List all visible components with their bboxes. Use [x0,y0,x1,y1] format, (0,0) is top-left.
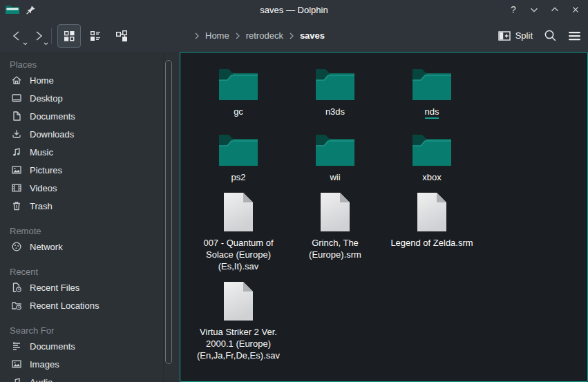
sidebar-item-documents[interactable]: Documents [10,107,180,125]
menu-button[interactable] [568,30,581,41]
sidebar-item-label: Documents [30,111,75,122]
chevron-right-icon[interactable] [289,32,294,40]
chevron-down-icon [44,42,48,46]
file-icon [222,282,254,321]
network-icon [11,241,22,252]
search-icon [544,29,557,42]
section-header-places: Places [10,58,180,71]
sidebar-item-search-documents[interactable]: Documents [10,337,180,355]
file-item-label: Grinch, The (Europe).srm [309,238,361,260]
compact-view-button[interactable] [84,24,107,48]
sidebar-item-label: Recent Locations [30,300,99,311]
recent-files-icon [11,282,22,293]
file-icon [319,193,351,231]
hamburger-icon [568,30,581,41]
file-item-legend-of-zelda[interactable]: Legend of Zelda.srm [383,193,480,272]
file-item-xbox[interactable]: xbox [383,127,480,183]
document-icon [11,111,22,122]
sidebar-item-pictures[interactable]: Pictures [10,161,180,179]
folder-view: gc n3ds nds ps2 wii xbox 007 - Quantum o… [180,52,588,382]
sidebar-item-downloads[interactable]: Downloads [10,125,180,143]
sidebar-item-search-audio[interactable]: Audio [10,373,180,382]
breadcrumb-item-home[interactable]: Home [204,30,231,41]
folder-icon [219,127,258,166]
recent-locations-icon [11,300,22,311]
section-header-remote: Remote [10,225,180,238]
compact-view-icon [89,30,102,42]
file-item-virtua-striker[interactable]: Virtua Striker 2 Ver. 2000.1 (Europe) (E… [190,282,287,361]
file-icon [416,193,448,231]
sidebar-item-label: Documents [30,341,75,352]
titlebar: saves — Dolphin ? [0,0,588,19]
breadcrumb-item-retrodeck[interactable]: retrodeck [245,30,285,41]
places-panel: Places Home Desktop Documents Downloads … [0,52,180,382]
section-search-for: Search For Documents Images Audio [10,324,180,382]
close-button[interactable] [569,3,582,17]
sidebar-item-label: Home [30,75,54,86]
minimize-button[interactable] [527,3,541,17]
sidebar-item-music[interactable]: Music [10,143,180,161]
app-folder-icon [6,4,19,15]
back-button[interactable] [7,25,28,47]
sidebar-item-label: Audio [30,377,53,382]
section-header-recent: Recent [10,265,180,278]
sidebar-item-desktop[interactable]: Desktop [10,89,180,107]
main-toolbar: Home retrodeck saves Split [0,19,588,52]
sidebar-item-search-images[interactable]: Images [10,355,180,373]
file-item-007-quantum-of-solace[interactable]: 007 - Quantum of Solace (Europe) (Es,It)… [190,193,287,272]
toolbar-separator [51,28,52,44]
file-item-grinch-the[interactable]: Grinch, The (Europe).srm [287,193,383,272]
file-item-label: n3ds [325,106,345,117]
music-note-icon [11,376,22,382]
maximize-button[interactable] [548,3,562,17]
document-lines-icon [11,341,22,352]
icons-view-button[interactable] [57,24,81,48]
file-item-gc[interactable]: gc [190,61,287,117]
breadcrumb-item-saves[interactable]: saves [298,30,326,41]
split-view-icon [498,30,511,41]
image-icon [11,164,22,175]
file-item-label: Virtua Striker 2 Ver. 2000.1 (Europe) (E… [197,327,280,361]
file-item-n3ds[interactable]: n3ds [287,61,383,117]
home-icon [11,75,22,86]
sidebar-item-recent-locations[interactable]: Recent Locations [10,296,180,314]
folder-icon [412,127,451,166]
sidebar-item-label: Recent Files [30,283,79,293]
tree-view-button[interactable] [110,24,133,48]
sidebar-item-network[interactable]: Network [10,238,180,256]
file-item-wii[interactable]: wii [287,127,383,183]
sidebar-scrollbar[interactable] [165,60,172,364]
folder-icon [316,127,354,166]
sidebar-item-label: Network [30,242,63,252]
file-item-ps2[interactable]: ps2 [190,127,287,183]
folder-icon [316,61,354,100]
sidebar-item-trash[interactable]: Trash [10,197,180,215]
sidebar-item-videos[interactable]: Videos [10,179,180,197]
chevron-right-icon[interactable] [235,32,240,40]
section-remote: Remote Network [10,225,180,256]
toolbar-actions: Split [498,29,581,42]
file-item-nds[interactable]: nds [383,61,480,117]
file-item-label: 007 - Quantum of Solace (Europe) (Es,It)… [203,238,273,271]
file-item-label: xbox [422,172,441,182]
help-button[interactable]: ? [506,3,520,17]
sidebar-item-home[interactable]: Home [10,71,180,89]
film-icon [11,182,22,193]
chevron-right-icon[interactable] [194,32,200,40]
tree-view-icon [115,30,128,42]
folder-icon [219,61,258,100]
sidebar-item-label: Desktop [30,93,63,104]
sidebar-item-label: Trash [30,201,53,211]
file-item-label: Legend of Zelda.srm [390,238,473,248]
sidebar-divider [163,52,164,382]
section-header-search-for: Search For [10,324,180,337]
sidebar-item-recent-files[interactable]: Recent Files [10,278,180,296]
forward-button[interactable] [28,25,48,47]
forward-arrow-icon [31,29,45,43]
window-controls: ? [451,3,582,17]
folder-icon [412,61,451,100]
image-icon [11,359,22,370]
split-button[interactable]: Split [498,30,533,41]
search-button[interactable] [544,29,557,42]
pin-icon[interactable] [26,5,36,15]
